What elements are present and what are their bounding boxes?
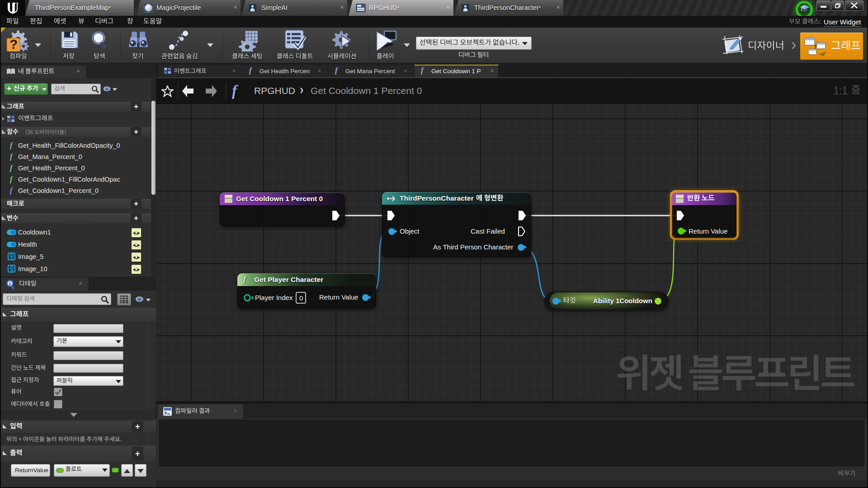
svg-text:i: i <box>9 281 11 286</box>
svg-text:?: ? <box>9 37 18 52</box>
